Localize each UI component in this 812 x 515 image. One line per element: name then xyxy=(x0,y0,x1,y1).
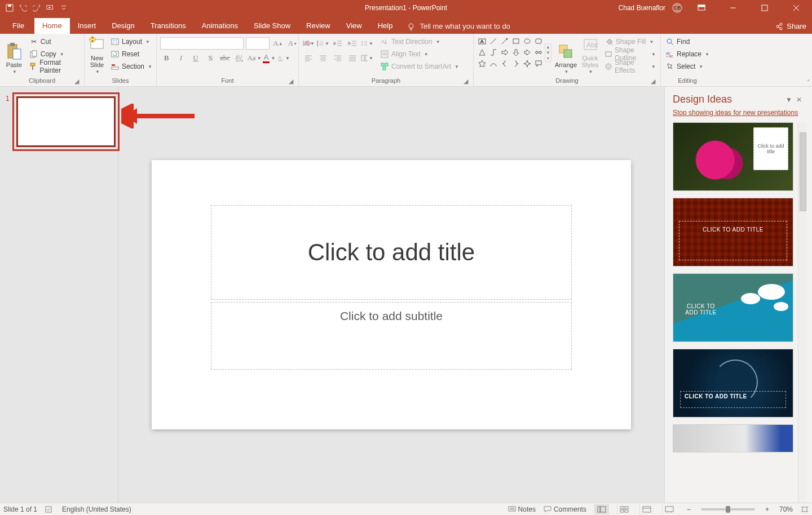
shape-rectangle-icon[interactable] xyxy=(511,36,521,46)
copy-button[interactable]: Copy▼ xyxy=(28,48,81,60)
slideshow-view-button[interactable] xyxy=(662,504,677,514)
bullets-button[interactable]: ▼ xyxy=(302,37,315,50)
zoom-in-button[interactable]: + xyxy=(763,505,771,513)
reset-button[interactable]: Reset xyxy=(109,48,153,60)
tab-slideshow[interactable]: Slide Show xyxy=(246,18,298,34)
dialog-launcher-icon[interactable]: ◢ xyxy=(463,78,469,84)
zoom-slider-thumb[interactable] xyxy=(726,506,730,513)
collapse-ribbon-icon[interactable]: ˄ xyxy=(807,79,810,85)
shape-oval-icon[interactable] xyxy=(522,36,532,46)
dialog-launcher-icon[interactable]: ◢ xyxy=(288,78,294,84)
shape-star-icon[interactable] xyxy=(477,59,487,69)
strikethrough-button[interactable]: abc xyxy=(219,52,231,64)
zoom-slider[interactable] xyxy=(701,508,755,510)
arrange-button[interactable]: Arrange▼ xyxy=(555,36,577,74)
share-button[interactable]: Share xyxy=(775,22,806,30)
design-ideas-scrollbar[interactable] xyxy=(798,122,807,503)
convert-smartart-button[interactable]: Convert to SmartArt▼ xyxy=(379,61,460,72)
subtitle-placeholder[interactable]: Click to add subtitle xyxy=(211,302,572,370)
shape-block-arrow-icon[interactable] xyxy=(522,47,532,57)
align-left-button[interactable] xyxy=(302,52,315,64)
fit-to-window-button[interactable] xyxy=(801,506,809,513)
account-name[interactable]: Chad Buenaflor xyxy=(619,4,665,12)
design-idea-1[interactable]: Click to add title xyxy=(673,122,793,191)
text-direction-button[interactable]: AText Direction▼ xyxy=(379,36,460,47)
decrease-indent-button[interactable] xyxy=(332,37,344,50)
comments-button[interactable]: Comments xyxy=(544,505,586,513)
select-button[interactable]: Select▼ xyxy=(664,61,710,72)
tab-review[interactable]: Review xyxy=(298,18,338,34)
gallery-down-icon[interactable]: ▼ xyxy=(546,50,550,55)
undo-icon[interactable] xyxy=(19,4,27,12)
shape-line-arrow-icon[interactable] xyxy=(500,36,510,46)
shape-fill-button[interactable]: Shape Fill▼ xyxy=(603,36,657,47)
normal-view-button[interactable] xyxy=(594,504,609,514)
line-spacing-button[interactable]: ▼ xyxy=(361,37,373,50)
shape-triangle-icon[interactable] xyxy=(477,47,487,57)
title-placeholder[interactable]: Click to add title xyxy=(211,205,572,300)
gallery-up-icon[interactable]: ▲ xyxy=(546,45,550,50)
columns-button[interactable]: ▼ xyxy=(361,52,373,64)
font-name-combo[interactable] xyxy=(160,37,244,50)
decrease-font-button[interactable]: A▼ xyxy=(286,37,299,50)
redo-icon[interactable] xyxy=(33,4,41,12)
tab-file[interactable]: File xyxy=(5,18,34,34)
underline-button[interactable]: U xyxy=(189,52,202,64)
align-right-button[interactable] xyxy=(332,52,344,64)
reading-view-button[interactable] xyxy=(639,504,654,514)
slide-sorter-view-button[interactable] xyxy=(617,504,632,514)
design-idea-5[interactable] xyxy=(673,424,793,452)
save-icon[interactable] xyxy=(6,4,14,12)
shape-textbox-icon[interactable]: A xyxy=(477,36,487,46)
increase-indent-button[interactable] xyxy=(346,37,359,50)
qat-customize-icon[interactable] xyxy=(60,4,68,12)
zoom-percent[interactable]: 70% xyxy=(779,505,793,513)
tab-home[interactable]: Home xyxy=(34,18,70,34)
design-idea-4[interactable]: CLICK TO ADD TITLE xyxy=(673,349,793,418)
slide-thumbnail-panel[interactable]: 1 xyxy=(0,87,118,503)
language-status[interactable]: English (United States) xyxy=(62,505,131,513)
shape-arc-icon[interactable] xyxy=(488,59,498,69)
shapes-gallery[interactable]: A xyxy=(477,36,544,69)
scrollbar-thumb[interactable] xyxy=(800,132,806,211)
tab-view[interactable]: View xyxy=(338,18,370,34)
replace-button[interactable]: abacReplace▼ xyxy=(664,48,710,60)
highlight-color-button[interactable]: A▼ xyxy=(277,52,290,64)
close-icon[interactable] xyxy=(784,0,809,16)
increase-font-button[interactable]: A▲ xyxy=(272,37,284,50)
spellcheck-icon[interactable] xyxy=(45,505,54,513)
dialog-launcher-icon[interactable]: ◢ xyxy=(74,78,80,84)
tab-help[interactable]: Help xyxy=(370,18,401,34)
format-painter-button[interactable]: Format Painter xyxy=(28,61,81,72)
paste-button[interactable]: Paste ▼ xyxy=(3,36,25,74)
slide[interactable]: Click to add title Click to add subtitle xyxy=(152,160,631,429)
align-text-button[interactable]: Align Text▼ xyxy=(379,48,460,60)
notes-button[interactable]: Notes xyxy=(508,505,536,513)
start-from-beginning-icon[interactable] xyxy=(46,4,54,12)
zoom-out-button[interactable]: − xyxy=(685,505,693,513)
pane-close-icon[interactable]: ✕ xyxy=(794,95,804,105)
cut-button[interactable]: ✂Cut xyxy=(28,36,81,47)
shape-right-brace-icon[interactable] xyxy=(511,59,521,69)
shadow-button[interactable]: S xyxy=(204,52,217,64)
avatar[interactable]: CB xyxy=(672,3,682,13)
shape-4point-star-icon[interactable] xyxy=(522,59,532,69)
pane-options-icon[interactable]: ▼ xyxy=(784,95,794,105)
italic-button[interactable]: I xyxy=(175,52,187,64)
shape-line-icon[interactable] xyxy=(488,36,498,46)
slide-canvas-area[interactable]: Click to add title Click to add subtitle xyxy=(118,87,664,503)
dialog-launcher-icon[interactable]: ◢ xyxy=(650,78,656,84)
stop-showing-link[interactable]: Stop showing ideas for new presentations xyxy=(665,109,812,122)
slide-counter[interactable]: Slide 1 of 1 xyxy=(3,505,37,513)
shape-effects-button[interactable]: Shape Effects▼ xyxy=(603,61,657,72)
change-case-button[interactable]: Aa▼ xyxy=(248,52,261,64)
shape-callout-icon[interactable] xyxy=(533,59,544,69)
tab-design[interactable]: Design xyxy=(104,18,142,34)
layout-button[interactable]: Layout▼ xyxy=(109,36,153,47)
justify-button[interactable] xyxy=(346,52,359,64)
minimize-icon[interactable] xyxy=(721,0,745,16)
shape-outline-button[interactable]: Shape Outline▼ xyxy=(603,48,657,60)
maximize-icon[interactable] xyxy=(752,0,777,16)
shape-right-arrow-icon[interactable] xyxy=(500,47,510,57)
gallery-more-icon[interactable]: ▾ xyxy=(546,56,550,61)
